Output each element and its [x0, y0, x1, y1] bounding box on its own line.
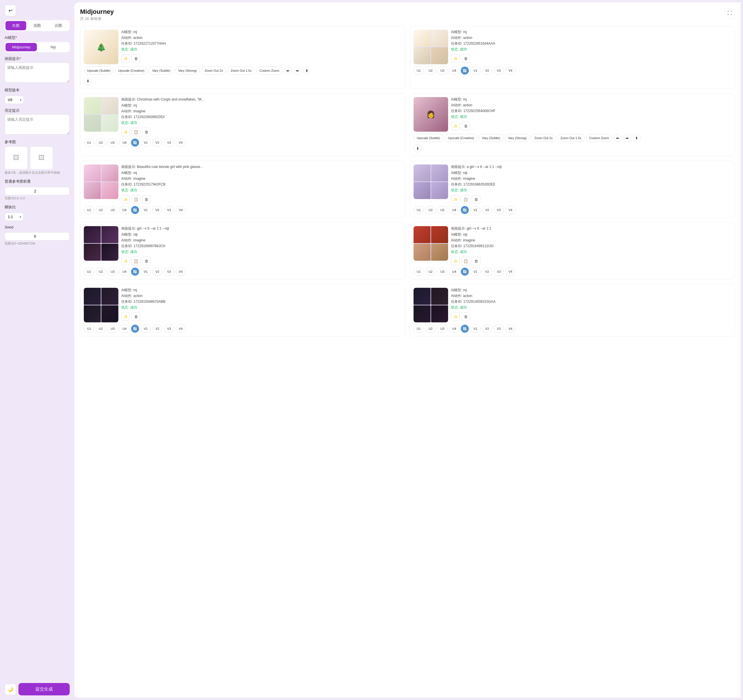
c5-u2[interactable]: U2: [96, 206, 106, 214]
c9-v1[interactable]: V1: [141, 325, 151, 333]
card-5-magic-btn[interactable]: ✨: [121, 195, 130, 204]
c6-v3[interactable]: V3: [494, 206, 504, 214]
c9-v4[interactable]: V4: [176, 325, 186, 333]
c4-right[interactable]: ➡: [623, 134, 631, 142]
c7-v3[interactable]: V3: [164, 268, 174, 276]
card-7-magic-btn[interactable]: ✨: [121, 257, 130, 265]
zoom-out-15x-btn[interactable]: Zoom Out 1.5x: [228, 67, 255, 75]
version-select[interactable]: V6V5.2V5.1V5: [4, 96, 24, 104]
prompt-input[interactable]: [4, 62, 70, 83]
zoom-out-2x-btn[interactable]: Zoom Out 2x: [201, 67, 226, 75]
c10-v2[interactable]: V2: [482, 325, 492, 333]
c4-zoom-15x[interactable]: Zoom Out 1.5x: [557, 134, 585, 142]
ref-image-1[interactable]: 🖼: [4, 146, 28, 169]
c8-u4[interactable]: U4: [449, 268, 459, 276]
c2-v1[interactable]: V1: [470, 67, 480, 75]
c7-refresh[interactable]: 🔄: [131, 268, 139, 276]
card-9-delete-btn[interactable]: 🗑: [132, 312, 140, 321]
card-5-copy-btn[interactable]: 📋: [132, 195, 140, 204]
c2-refresh[interactable]: 🔄: [461, 67, 469, 75]
c3-u3[interactable]: U3: [107, 139, 118, 147]
c3-u4[interactable]: U4: [119, 139, 130, 147]
c9-u4[interactable]: U4: [119, 325, 130, 333]
up-arrow-btn[interactable]: ⬆: [303, 67, 311, 75]
c2-u4[interactable]: U4: [449, 67, 459, 75]
negative-input[interactable]: [4, 114, 70, 135]
c4-upscale-subtle[interactable]: Upscale (Subtle): [413, 134, 443, 142]
c5-u3[interactable]: U3: [107, 206, 118, 214]
aspect-select[interactable]: 1:14:316:99:16: [4, 213, 24, 221]
card-3-copy-btn[interactable]: 📋: [132, 128, 140, 136]
submit-button[interactable]: 提交生成: [18, 683, 70, 696]
c5-refresh[interactable]: 🔄: [131, 206, 139, 214]
c5-v3[interactable]: V3: [164, 206, 174, 214]
c7-u4[interactable]: U4: [119, 268, 130, 276]
c9-u3[interactable]: U3: [107, 325, 118, 333]
c8-v4[interactable]: V4: [505, 268, 515, 276]
card-1-delete-btn[interactable]: 🗑: [132, 54, 140, 63]
card-10-magic-btn[interactable]: ✨: [451, 312, 460, 321]
c9-refresh[interactable]: 🔄: [131, 325, 139, 333]
c9-v3[interactable]: V3: [164, 325, 174, 333]
card-8-magic-btn[interactable]: ✨: [451, 257, 460, 265]
c6-v4[interactable]: V4: [505, 206, 515, 214]
c10-u1[interactable]: U1: [413, 325, 424, 333]
c10-v1[interactable]: V1: [470, 325, 480, 333]
c4-up[interactable]: ⬆: [633, 134, 641, 142]
c6-u1[interactable]: U1: [413, 206, 424, 214]
c2-u3[interactable]: U3: [437, 67, 447, 75]
c3-v2[interactable]: V2: [152, 139, 163, 147]
c4-vary-subtle[interactable]: Vary (Subtle): [479, 134, 503, 142]
card-2-delete-btn[interactable]: 🗑: [461, 54, 470, 63]
c2-u2[interactable]: U2: [425, 67, 436, 75]
c4-upscale-creative[interactable]: Upscale (Creative): [445, 134, 477, 142]
model-niji[interactable]: Niji: [37, 43, 69, 51]
c4-down[interactable]: ⬇: [413, 144, 422, 153]
upscale-subtle-btn[interactable]: Upscale (Subtle): [84, 67, 114, 75]
c3-v1[interactable]: V1: [141, 139, 151, 147]
card-3-magic-btn[interactable]: ✨: [121, 128, 130, 136]
c3-u1[interactable]: U1: [84, 139, 94, 147]
c9-u1[interactable]: U1: [84, 325, 94, 333]
card-6-delete-btn[interactable]: 🗑: [472, 195, 480, 204]
card-10-delete-btn[interactable]: 🗑: [461, 312, 470, 321]
card-6-copy-btn[interactable]: 📋: [461, 195, 470, 204]
tab-mix[interactable]: 混图: [27, 21, 47, 30]
c3-u2[interactable]: U2: [96, 139, 106, 147]
c10-v4[interactable]: V4: [505, 325, 515, 333]
c3-v4[interactable]: V4: [176, 139, 186, 147]
c6-u2[interactable]: U2: [425, 206, 436, 214]
card-7-delete-btn[interactable]: 🗑: [142, 257, 151, 265]
ref-image-2[interactable]: 🖼: [30, 146, 53, 169]
c2-v2[interactable]: V2: [482, 67, 492, 75]
c2-u1[interactable]: U1: [413, 67, 424, 75]
c6-u3[interactable]: U3: [437, 206, 447, 214]
tab-identify[interactable]: 识图: [48, 21, 69, 30]
card-6-magic-btn[interactable]: ✨: [451, 195, 460, 204]
card-4-delete-btn[interactable]: 🗑: [461, 122, 470, 130]
card-8-delete-btn[interactable]: 🗑: [472, 257, 480, 265]
down-arrow-btn[interactable]: ⬇: [84, 77, 92, 85]
right-arrow-btn[interactable]: ➡: [293, 67, 302, 75]
c2-v4[interactable]: V4: [505, 67, 515, 75]
c8-u3[interactable]: U3: [437, 268, 447, 276]
card-7-copy-btn[interactable]: 📋: [132, 257, 140, 265]
c5-v2[interactable]: V2: [152, 206, 163, 214]
tab-generate[interactable]: 生图: [6, 21, 26, 30]
c4-custom-zoom[interactable]: Custom Zoom: [586, 134, 612, 142]
c8-v3[interactable]: V3: [494, 268, 504, 276]
c5-v4[interactable]: V4: [176, 206, 186, 214]
c8-refresh[interactable]: 🔄: [461, 268, 469, 276]
c3-v3[interactable]: V3: [164, 139, 174, 147]
c9-v2[interactable]: V2: [152, 325, 163, 333]
ref-weight-input[interactable]: [4, 187, 70, 195]
upscale-creative-btn[interactable]: Upscale (Creative): [115, 67, 148, 75]
c8-v2[interactable]: V2: [482, 268, 492, 276]
card-8-copy-btn[interactable]: 📋: [461, 257, 470, 265]
back-button[interactable]: ↩: [4, 4, 16, 16]
card-3-delete-btn[interactable]: 🗑: [142, 128, 151, 136]
c4-left[interactable]: ⬅: [614, 134, 622, 142]
seed-input[interactable]: [4, 232, 70, 240]
c5-u1[interactable]: U1: [84, 206, 94, 214]
card-1-magic-btn[interactable]: ✨: [121, 54, 130, 63]
